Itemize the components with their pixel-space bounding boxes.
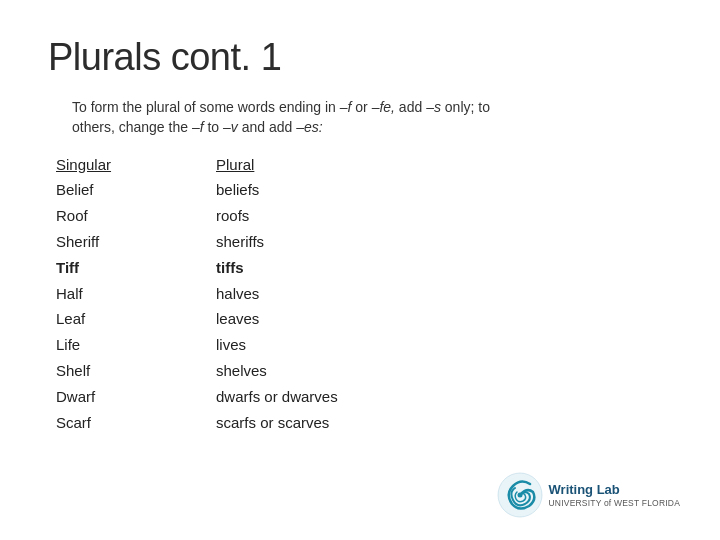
intro-line2: others, change the –f to –v and add –es: [72,119,323,135]
singular-belief: Belief [56,177,216,203]
intro-text: To form the plural of some words ending … [72,97,672,138]
intro-line1: To form the plural of some words ending … [72,99,490,115]
writing-lab-icon [497,472,543,518]
logo-text: Writing Lab UNIVERSITY of WEST FLORIDA [549,482,680,508]
singular-half: Half [56,281,216,307]
plural-tiffs: tiffs [216,255,496,281]
singular-life: Life [56,332,216,358]
plural-roofs: roofs [216,203,496,229]
plural-shelves: shelves [216,358,496,384]
plural-sheriffs: sheriffs [216,229,496,255]
plural-scarfs: scarfs or scarves [216,410,496,436]
word-table: Singular Plural Belief beliefs Roof roof… [56,152,672,436]
singular-dwarf: Dwarf [56,384,216,410]
plural-leaves: leaves [216,306,496,332]
page-title: Plurals cont. 1 [48,36,672,79]
plural-beliefs: beliefs [216,177,496,203]
plural-header: Plural [216,152,496,178]
singular-header: Singular [56,152,216,178]
plural-halves: halves [216,281,496,307]
svg-point-1 [517,493,522,498]
singular-tiff: Tiff [56,255,216,281]
singular-roof: Roof [56,203,216,229]
singular-sheriff: Sheriff [56,229,216,255]
plural-dwarfs: dwarfs or dwarves [216,384,496,410]
singular-scarf: Scarf [56,410,216,436]
singular-leaf: Leaf [56,306,216,332]
plural-lives: lives [216,332,496,358]
singular-shelf: Shelf [56,358,216,384]
university-label: UNIVERSITY of WEST FLORIDA [549,498,680,508]
page: Plurals cont. 1 To form the plural of so… [0,0,720,540]
logo-area: Writing Lab UNIVERSITY of WEST FLORIDA [497,472,680,518]
writing-lab-label: Writing Lab [549,482,680,498]
